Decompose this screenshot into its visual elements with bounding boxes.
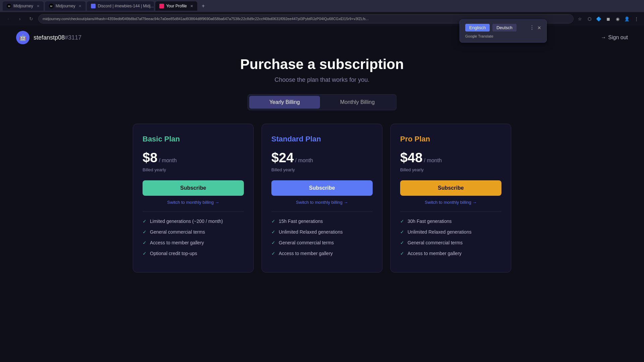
pro-feature-1: ✓ 30h Fast generations	[400, 219, 501, 224]
forward-button[interactable]: ›	[15, 14, 24, 23]
browser-chrome: M Midjourney ✕ M Midjourney ✕ Discord | …	[0, 0, 644, 25]
translate-header: Englisch Deutsch ⋮ ×	[465, 24, 541, 32]
pro-plan-features: ✓ 30h Fast generations ✓ Unlimited Relax…	[400, 212, 501, 256]
standard-subscribe-button[interactable]: Subscribe	[271, 180, 373, 196]
pro-billed-note: Billed yearly	[400, 167, 501, 172]
avatar: 🤖	[16, 31, 30, 44]
basic-feature-1: ✓ Limited generations (~200 / month)	[143, 219, 244, 224]
check-icon: ✓	[143, 229, 147, 235]
translate-close-button[interactable]: ×	[537, 25, 541, 31]
tab-close-1[interactable]: ✕	[37, 4, 40, 8]
translate-options-icon[interactable]: ⋮	[529, 24, 535, 31]
basic-feature-4: ✓ Optional credit top-ups	[143, 251, 244, 256]
extension-icon-5[interactable]: 👤	[623, 15, 631, 22]
page-title: Purchase a subscription	[16, 56, 628, 72]
page-subtitle: Choose the plan that works for you.	[16, 76, 628, 83]
basic-plan-price: $8 / month	[143, 150, 244, 165]
page-header: 🤖 stefanstp08#3117 → Sign out	[0, 25, 644, 50]
check-icon: ✓	[400, 219, 404, 224]
translate-footer: Google Translate	[465, 34, 541, 38]
check-icon: ✓	[271, 229, 275, 235]
tab-bar: M Midjourney ✕ M Midjourney ✕ Discord | …	[0, 0, 644, 12]
pro-plan-price: $48 / month	[400, 150, 501, 165]
basic-feature-2: ✓ General commercial terms	[143, 229, 244, 235]
sign-out-label: Sign out	[608, 35, 628, 41]
check-icon: ✓	[143, 240, 147, 245]
sign-out-arrow: →	[601, 35, 606, 41]
tab-close-2[interactable]: ✕	[78, 4, 82, 8]
basic-plan-features: ✓ Limited generations (~200 / month) ✓ G…	[143, 212, 244, 256]
tab-1[interactable]: M Midjourney ✕	[3, 1, 44, 11]
standard-switch-billing-link[interactable]: Switch to monthly billing →	[271, 200, 373, 205]
translate-deutsch-button[interactable]: Deutsch	[492, 24, 517, 32]
standard-feature-3: ✓ General commercial terms	[271, 240, 373, 245]
pro-feature-4: ✓ Access to member gallery	[400, 251, 501, 256]
check-icon: ✓	[400, 240, 404, 245]
check-icon: ✓	[271, 219, 275, 224]
tab-close-4[interactable]: ✕	[190, 4, 193, 8]
plans-grid: Basic Plan $8 / month Billed yearly Subs…	[121, 124, 523, 273]
main-content: Purchase a subscription Choose the plan …	[0, 50, 644, 279]
back-button[interactable]: ‹	[4, 14, 13, 23]
address-text: midjourney.com/checkout/plans/#hash=4359…	[43, 17, 369, 21]
tab-label-4: Your Profile	[166, 4, 187, 8]
standard-price-amount: $24	[271, 150, 294, 165]
standard-price-period: / month	[295, 158, 313, 164]
page-content: 🤖 stefanstp08#3117 → Sign out Purchase a…	[0, 25, 644, 362]
sign-out-button[interactable]: → Sign out	[601, 35, 628, 41]
tab-favicon-4	[159, 4, 164, 8]
pro-plan-card: Pro Plan $48 / month Billed yearly Subsc…	[390, 124, 511, 273]
standard-plan-features: ✓ 15h Fast generations ✓ Unlimited Relax…	[271, 212, 373, 256]
basic-billed-note: Billed yearly	[143, 167, 244, 172]
extension-icon-4[interactable]: ◉	[614, 15, 621, 22]
yearly-billing-tab[interactable]: Yearly Billing	[249, 96, 320, 109]
extension-icon-2[interactable]: 🔷	[595, 15, 602, 22]
tab-label-1: Midjourney	[13, 4, 33, 8]
tab-3[interactable]: Discord | #newbies-144 | Midj... ✕	[87, 1, 154, 11]
extension-icon-3[interactable]: ◼	[604, 15, 612, 22]
tab-4[interactable]: Your Profile ✕	[155, 1, 197, 11]
user-info: 🤖 stefanstp08#3117	[16, 31, 82, 44]
pro-plan-name: Pro Plan	[400, 135, 501, 143]
pro-price-amount: $48	[400, 150, 423, 165]
standard-feature-1: ✓ 15h Fast generations	[271, 219, 373, 224]
standard-plan-card: Standard Plan $24 / month Billed yearly …	[262, 124, 382, 273]
standard-feature-2: ✓ Unlimited Relaxed generations	[271, 229, 373, 235]
translate-english-button[interactable]: Englisch	[465, 24, 490, 32]
tab-favicon-3	[91, 4, 96, 8]
reload-button[interactable]: ↻	[27, 14, 36, 23]
pro-subscribe-button[interactable]: Subscribe	[400, 180, 501, 196]
pro-price-period: / month	[424, 158, 442, 164]
billing-toggle: Yearly Billing Monthly Billing	[248, 94, 396, 110]
tab-favicon-1: M	[7, 4, 11, 8]
bookmark-icon[interactable]: ☆	[576, 15, 584, 22]
basic-switch-billing-link[interactable]: Switch to monthly billing →	[143, 200, 244, 205]
check-icon: ✓	[400, 229, 404, 235]
check-icon: ✓	[143, 219, 147, 224]
nav-bar: ‹ › ↻ midjourney.com/checkout/plans/#has…	[0, 12, 644, 25]
menu-button[interactable]: ⋮	[633, 15, 640, 22]
basic-subscribe-button[interactable]: Subscribe	[143, 180, 244, 196]
pro-feature-3: ✓ General commercial terms	[400, 240, 501, 245]
basic-price-period: / month	[159, 158, 177, 164]
basic-price-amount: $8	[143, 150, 158, 165]
pro-feature-2: ✓ Unlimited Relaxed generations	[400, 229, 501, 235]
standard-plan-price: $24 / month	[271, 150, 373, 165]
standard-plan-name: Standard Plan	[271, 135, 373, 143]
check-icon: ✓	[400, 251, 404, 256]
standard-feature-4: ✓ Access to member gallery	[271, 251, 373, 256]
standard-billed-note: Billed yearly	[271, 167, 373, 172]
tab-favicon-2: M	[49, 4, 54, 8]
basic-feature-3: ✓ Access to member gallery	[143, 240, 244, 245]
basic-plan-card: Basic Plan $8 / month Billed yearly Subs…	[133, 124, 254, 273]
translate-popup: Englisch Deutsch ⋮ × Google Translate	[460, 19, 547, 43]
pro-switch-billing-link[interactable]: Switch to monthly billing →	[400, 200, 501, 205]
monthly-billing-tab[interactable]: Monthly Billing	[320, 96, 395, 109]
nav-icons: ☆ ⬡ 🔷 ◼ ◉ 👤 ⋮	[576, 15, 640, 22]
tab-2[interactable]: M Midjourney ✕	[45, 1, 86, 11]
extension-icon-1[interactable]: ⬡	[586, 15, 593, 22]
check-icon: ✓	[143, 251, 147, 256]
check-icon: ✓	[271, 251, 275, 256]
tab-label-3: Discord | #newbies-144 | Midj...	[98, 4, 154, 8]
new-tab-button[interactable]: +	[199, 1, 208, 11]
